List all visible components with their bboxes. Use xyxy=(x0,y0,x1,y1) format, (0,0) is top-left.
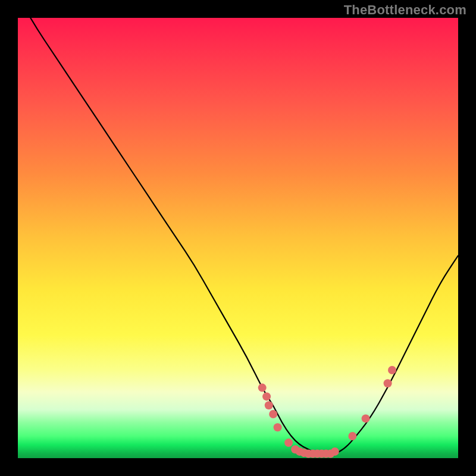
marker-point xyxy=(388,366,396,374)
marker-point xyxy=(284,439,293,447)
marker-point xyxy=(331,447,339,456)
chart-svg xyxy=(18,18,458,458)
marker-point xyxy=(262,392,271,400)
chart-area xyxy=(18,18,458,458)
watermark-text: TheBottleneck.com xyxy=(344,2,466,18)
marker-point xyxy=(269,410,277,418)
marker-point xyxy=(384,379,392,387)
marker-point xyxy=(258,384,267,392)
marker-point xyxy=(362,414,370,422)
marker-group xyxy=(258,366,396,458)
marker-point xyxy=(348,432,356,440)
marker-point xyxy=(265,401,273,409)
bottleneck-curve-path xyxy=(18,18,458,454)
marker-point xyxy=(274,423,282,431)
